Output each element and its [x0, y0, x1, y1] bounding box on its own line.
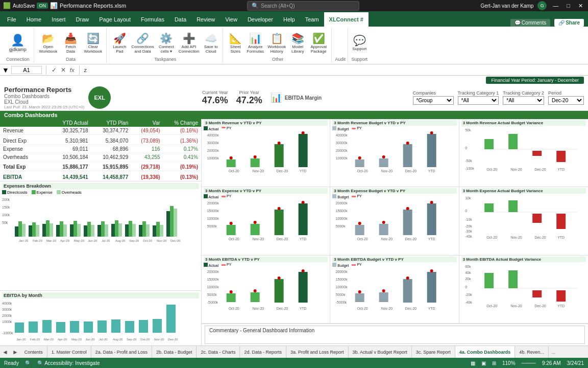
connect-cells-icon: ⚙️ — [160, 32, 173, 44]
table-row: Overheads 10,506,184 10,462,929 43,255 0… — [0, 153, 201, 161]
model-library-btn[interactable]: 📚 ModelLibrary — [288, 31, 307, 55]
sheet-tab-4a[interactable]: 4a. Combo Dashboards — [455, 346, 516, 358]
svg-text:20000k: 20000k — [336, 270, 348, 273]
svg-text:Nov-20: Nov-20 — [157, 239, 167, 242]
svg-rect-121 — [556, 151, 566, 162]
svg-text:0: 0 — [465, 146, 467, 150]
tab-nav-left[interactable]: ◄ — [0, 349, 10, 356]
chart-title-rev-variance: 3 Month Revenue Actual Budget Variance — [461, 120, 586, 126]
tab-pagelayout[interactable]: Page Layout — [94, 12, 136, 27]
maximize-btn[interactable]: □ — [565, 3, 572, 9]
connect-cells-btn[interactable]: ⚙️ Connectcells ▾ — [156, 31, 177, 55]
sheet-tab-2a[interactable]: 2a. Data - Profit and Loss — [91, 346, 152, 358]
perf-title: Performance Reports — [4, 86, 84, 94]
tab-draw[interactable]: Draw — [71, 12, 94, 27]
row-label: EBITDA — [0, 173, 51, 181]
tab-developer[interactable]: Developer — [242, 12, 278, 27]
sheet-tab-3b[interactable]: 3b. Actual v Budget Report — [349, 346, 412, 358]
svg-text:-40k: -40k — [465, 301, 472, 304]
companies-select[interactable]: *Group — [413, 96, 454, 105]
tab-home[interactable]: Home — [21, 12, 46, 27]
clear-workbook-btn[interactable]: 🔄 ClearWorkbook — [82, 31, 104, 55]
svg-text:Aug-20: Aug-20 — [113, 338, 123, 341]
commentary-title: Commentary - General Dashboard Informati… — [209, 328, 314, 333]
tab-xlconnect[interactable]: XLConnect # — [324, 12, 369, 27]
svg-rect-62 — [84, 321, 93, 333]
sheet-tab-2d[interactable]: 2d. Data - Reports — [240, 346, 286, 358]
tracking2-select[interactable]: *All — [503, 96, 544, 105]
tab-team[interactable]: Team — [300, 12, 324, 27]
cell-ref-input[interactable]: A1 — [11, 66, 42, 74]
minimize-btn[interactable]: — — [551, 3, 560, 9]
sheet-tab-more[interactable]: ... — [549, 348, 559, 356]
col-header-pct: % Change — [163, 119, 201, 127]
svg-text:15000k: 15000k — [207, 209, 219, 213]
approval-package-btn[interactable]: ✅ ApprovalPackage — [308, 31, 329, 55]
svg-text:Dec-20: Dec-20 — [405, 237, 417, 241]
fy-badge: Financial Year Period: January - Decembe… — [486, 77, 584, 84]
open-workbook-btn[interactable]: 📂 OpenWorkbook — [37, 31, 60, 55]
svg-rect-101 — [355, 159, 364, 167]
svg-text:10000k: 10000k — [207, 285, 219, 289]
svg-rect-64 — [111, 319, 120, 333]
svg-rect-25 — [111, 224, 115, 237]
svg-text:Dec-20: Dec-20 — [534, 304, 546, 308]
ribbon-group-support: 💬 Support Support — [349, 28, 370, 63]
sheet-tab-2c[interactable]: 2c. Data - Charts — [197, 346, 240, 358]
workbook-history-btn[interactable]: 📋 WorkbookHistory — [266, 31, 287, 55]
sheet-tab-3a[interactable]: 3a. Profit and Loss Report — [286, 346, 349, 358]
rev-ytd-svg: 40000k 30000k 20000k 10000k — [204, 131, 328, 175]
support-btn[interactable]: 💬 Support — [351, 29, 368, 57]
save-cloud-btn[interactable]: ☁️ Save toCloud — [201, 31, 220, 55]
svg-text:-5000k: -5000k — [207, 301, 218, 304]
view-normal-icon[interactable]: ▦ — [471, 360, 475, 366]
svg-rect-130 — [227, 225, 236, 235]
sheet-tab-2b[interactable]: 2b. Data - Budget — [152, 346, 197, 358]
sheet-sizes-btn[interactable]: 📐 SheetSizes — [226, 31, 244, 55]
view-layout-icon[interactable]: ▣ — [481, 360, 486, 366]
connections-and-data-btn[interactable]: 🔗 Connectionsand Data — [130, 31, 155, 55]
sheet-tab-4b[interactable]: 4b. Reven... — [515, 346, 549, 358]
tab-data[interactable]: Data — [169, 12, 191, 27]
user-connection-icon: 👤 — [11, 34, 24, 47]
search-bar[interactable]: 🔍 Search (Alt+Q) — [247, 1, 359, 11]
title-icon2: 📊 — [50, 2, 58, 9]
tab-formulas[interactable]: Formulas — [136, 12, 169, 27]
chart-cell-exp-variance: 3 Month Expense Actual Budget Variance 1… — [459, 187, 588, 255]
share-btn[interactable]: 🔗 Share — [554, 19, 584, 27]
filter-tracking1: Tracking Category 1 *All — [458, 90, 499, 105]
launch-pad-btn[interactable]: 🚀 LaunchPad — [110, 31, 129, 55]
svg-rect-197 — [379, 292, 388, 302]
chart-row-3: 3 Month EBITDA v YTD v PY Actual PY 2000… — [202, 256, 588, 324]
tab-review[interactable]: Review — [191, 12, 220, 27]
svg-rect-34 — [153, 225, 156, 237]
tab-insert[interactable]: Insert — [46, 12, 71, 27]
sheet-tab-contents[interactable]: Contents — [20, 346, 47, 358]
add-api-btn[interactable]: ➕ Add APIConnection — [177, 31, 201, 55]
tab-nav-right[interactable]: ► — [10, 349, 20, 356]
sheet-tab-3c[interactable]: 3c. Spare Report — [412, 346, 455, 358]
fetch-data-btn[interactable]: 📥 FetchData — [60, 31, 81, 55]
chart-cell-exp-budget: 3 Month Expense Budget v YTD v PY Budget… — [330, 187, 459, 255]
revenue-var: (49,054) — [131, 127, 163, 135]
zoom-slider[interactable]: ──── — [522, 360, 536, 366]
accessibility-icon: 🔍 — [25, 360, 31, 366]
svg-text:Oct-20: Oct-20 — [486, 304, 497, 308]
view-page-icon[interactable]: ⊞ — [492, 360, 496, 366]
comments-btn[interactable]: 💬 Comments — [510, 19, 550, 27]
exp-var-svg: 10k 0 -10k -20k -30k -40k Oct-20 Nov-20 — [461, 194, 586, 240]
sheet-tab-master[interactable]: 1. Master Control — [47, 346, 91, 358]
tab-help[interactable]: Help — [278, 12, 300, 27]
period-select[interactable]: Dec-20 — [548, 96, 584, 105]
svg-rect-29 — [129, 221, 132, 237]
analyze-formulas-btn[interactable]: 📊 AnalyzeFormulas — [245, 31, 265, 55]
row-indicator: ▼ — [2, 66, 9, 74]
gjdkamp-btn[interactable]: 👤 gjdkamp — [9, 29, 27, 57]
close-btn[interactable]: ✕ — [576, 3, 585, 9]
tracking1-select[interactable]: *All — [458, 96, 499, 105]
autosave-toggle[interactable]: ON — [37, 3, 48, 9]
tab-file[interactable]: File — [2, 12, 21, 27]
tab-view[interactable]: View — [220, 12, 242, 27]
svg-text:Dec-20: Dec-20 — [277, 237, 288, 241]
svg-rect-195 — [355, 293, 364, 302]
